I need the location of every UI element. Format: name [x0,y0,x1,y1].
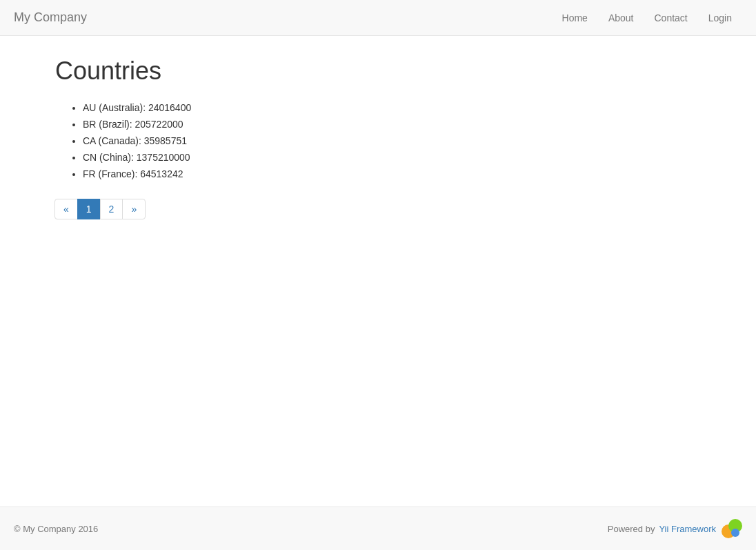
list-item: CN (China): 1375210000 [83,149,701,166]
main-content: Countries AU (Australia): 24016400 BR (B… [0,36,756,507]
page-title: Countries [55,57,701,86]
nav-item-login: Login [698,1,742,35]
country-list: AU (Australia): 24016400 BR (Brazil): 20… [55,99,701,182]
list-item: CA (Canada): 35985751 [83,132,701,149]
nav-link-about[interactable]: About [598,1,644,35]
pagination-page-1: 1 [78,199,101,219]
list-item: AU (Australia): 24016400 [83,99,701,116]
nav-item-about: About [598,1,644,35]
footer-copyright: © My Company 2016 [14,524,98,534]
pagination: « 1 2 » [55,199,701,219]
navbar-nav: Home About Contact Login [552,1,742,35]
nav-item-home: Home [552,1,598,35]
pagination-page-1-label[interactable]: 1 [77,199,101,219]
yii-logo-icon [720,518,742,540]
pagination-page-2: 2 [101,199,123,219]
nav-link-home[interactable]: Home [552,1,598,35]
navbar: My Company Home About Contact Login [0,0,756,36]
pagination-prev: « [55,199,78,219]
pagination-prev-link[interactable]: « [54,199,78,219]
footer-framework-label: Yii Framework [659,524,716,534]
footer-right: Powered by Yii Framework [608,518,742,540]
pagination-next-link[interactable]: » [122,199,146,219]
navbar-brand[interactable]: My Company [14,10,87,25]
list-item: BR (Brazil): 205722000 [83,116,701,132]
pagination-page-2-link[interactable]: 2 [100,199,123,219]
nav-item-contact: Contact [644,1,697,35]
footer-powered-by: Powered by [608,524,655,534]
svg-point-2 [731,529,739,537]
nav-link-login[interactable]: Login [698,1,742,35]
list-item: FR (France): 64513242 [83,166,701,182]
nav-link-contact[interactable]: Contact [644,1,697,35]
footer-framework-link[interactable]: Yii Framework [659,524,716,534]
pagination-next: » [123,199,146,219]
footer: © My Company 2016 Powered by Yii Framewo… [0,507,756,550]
